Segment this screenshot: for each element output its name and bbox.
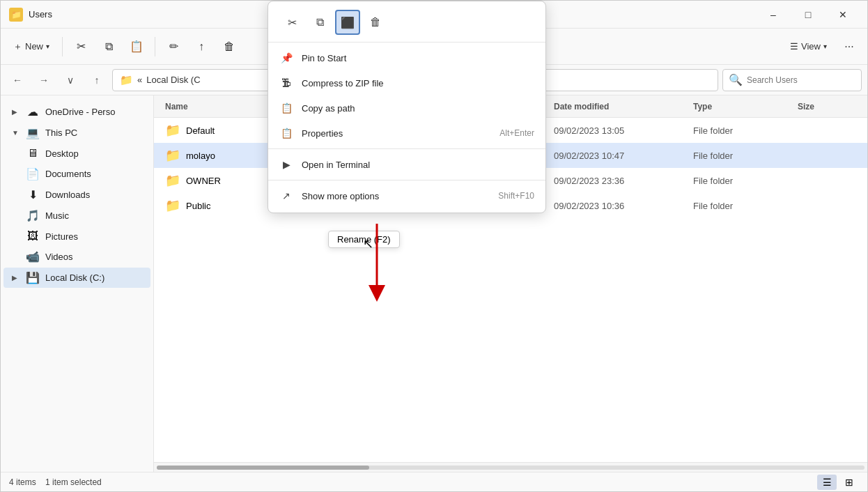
downloads-icon: ⬇ [26, 188, 40, 201]
sidebar-label-thispc: This PC [45, 128, 77, 138]
new-button[interactable]: ＋ New ▾ [6, 36, 56, 57]
more-button[interactable]: ··· [837, 34, 862, 59]
music-icon: 🎵 [26, 209, 40, 222]
file-type-owner: File folder [688, 176, 792, 186]
window-title: Users [29, 9, 52, 20]
column-size[interactable]: Size [792, 102, 862, 112]
pin-icon: 📌 [279, 51, 293, 65]
rename-tooltip-text: Rename (F2) [337, 234, 391, 245]
menu-item-pin[interactable]: 📌 Pin to Start [268, 45, 545, 70]
folder-icon: 📁 [165, 148, 180, 163]
statusbar: 4 items 1 item selected ☰ ⊞ [1, 472, 867, 491]
chevron-right-icon: ▶ [12, 108, 20, 116]
menu-item-terminal[interactable]: ▶ Open in Terminal [268, 152, 545, 177]
sidebar-item-pictures[interactable]: 🖼 Pictures [3, 226, 150, 246]
address-path: Local Disk (C [146, 75, 200, 85]
menu-shortcut-showmore: Shift+F10 [498, 191, 534, 201]
address-folder-icon: 📁 [120, 74, 133, 86]
view-chevron-icon: ▾ [823, 43, 827, 50]
minimize-button[interactable]: – [757, 3, 789, 26]
scrollbar-thumb [157, 466, 369, 470]
videos-icon: 📹 [26, 250, 40, 263]
mini-rename-button[interactable]: ⬛ [335, 10, 360, 35]
search-box[interactable]: 🔍 [722, 69, 862, 91]
toolbar-separator-2 [155, 37, 155, 56]
sidebar-item-localdisk[interactable]: ▶ 💾 Local Disk (C:) [3, 268, 150, 288]
statusbar-view-controls: ☰ ⊞ [817, 475, 859, 490]
sidebar-label-onedrive: OneDrive - Perso [45, 107, 115, 117]
menu-label-pin: Pin to Start [302, 53, 526, 63]
mini-delete-button[interactable]: 🗑 [363, 10, 388, 35]
sidebar-item-downloads[interactable]: ⬇ Downloads [3, 185, 150, 205]
search-input[interactable] [747, 75, 855, 85]
chevron-right-icon-2: ▶ [12, 274, 20, 282]
scrollbar-track [157, 466, 865, 470]
sidebar-item-onedrive[interactable]: ▶ ☁ OneDrive - Perso [3, 102, 150, 122]
menu-item-copypath[interactable]: 📋 Copy as path [268, 95, 545, 121]
copypath-icon: 📋 [279, 101, 293, 115]
mini-copy-button[interactable]: ⧉ [307, 10, 332, 35]
share-button[interactable]: ↑ [189, 34, 214, 59]
delete-button[interactable]: 🗑 [217, 34, 242, 59]
sidebar-item-thispc[interactable]: ▼ 💻 This PC [3, 123, 150, 143]
context-menu: ✂ ⧉ ⬛ 🗑 📌 Pin to Start 🗜 Compress to ZIP… [268, 1, 546, 213]
tiles-view-button[interactable]: ⊞ [839, 475, 859, 490]
menu-item-showmore[interactable]: ↗ Show more options Shift+F10 [268, 183, 545, 208]
folder-icon: 📁 [165, 173, 180, 188]
back-button[interactable]: ← [6, 69, 29, 91]
menu-separator-0 [268, 42, 545, 43]
localdisk-icon: 💾 [26, 271, 40, 284]
file-modified-public: 09/02/2023 10:36 [548, 201, 688, 211]
sidebar-label-desktop: Desktop [45, 148, 79, 159]
sidebar-label-videos: Videos [45, 252, 73, 262]
menu-label-showmore: Show more options [302, 191, 490, 201]
column-type[interactable]: Type [688, 102, 792, 112]
up-button[interactable]: ↑ [86, 69, 108, 91]
new-label: New [25, 41, 43, 52]
items-count: 4 items [9, 477, 36, 487]
paste-button[interactable]: 📋 [124, 34, 149, 59]
recent-button[interactable]: ∨ [59, 69, 82, 91]
menu-item-properties[interactable]: 📋 Properties Alt+Enter [268, 121, 545, 146]
sidebar-item-videos[interactable]: 📹 Videos [3, 247, 150, 267]
thispc-icon: 💻 [26, 126, 40, 139]
folder-icon: 📁 [165, 198, 180, 213]
sidebar-item-documents[interactable]: 📄 Documents [3, 164, 150, 184]
sidebar-label-downloads: Downloads [45, 190, 90, 200]
mini-cut-button[interactable]: ✂ [279, 10, 304, 35]
rename-tooltip: Rename (F2) [328, 231, 400, 248]
maximize-button[interactable]: □ [792, 3, 824, 26]
new-icon: ＋ [13, 40, 22, 53]
terminal-icon: ▶ [279, 157, 293, 171]
onedrive-icon: ☁ [26, 105, 40, 118]
file-type-public: File folder [688, 201, 792, 211]
rename-button[interactable]: ✏ [161, 34, 186, 59]
menu-separator-1 [268, 148, 545, 149]
copy-button[interactable]: ⧉ [96, 34, 121, 59]
file-explorer-window: 📁 Users – □ ✕ ＋ New ▾ ✂ ⧉ 📋 ✏ ↑ 🗑 ☰ View… [0, 0, 868, 492]
details-view-button[interactable]: ☰ [817, 475, 837, 490]
file-modified-owner: 09/02/2023 23:36 [548, 176, 688, 186]
folder-icon: 📁 [165, 123, 180, 138]
menu-label-zip: Compress to ZIP file [302, 78, 526, 89]
pictures-icon: 🖼 [26, 230, 40, 243]
menu-item-zip[interactable]: 🗜 Compress to ZIP file [268, 70, 545, 95]
titlebar-left: 📁 Users [9, 8, 52, 22]
sidebar-item-music[interactable]: 🎵 Music [3, 206, 150, 226]
forward-button[interactable]: → [33, 69, 55, 91]
documents-icon: 📄 [26, 167, 40, 180]
desktop-icon: 🖥 [26, 147, 40, 160]
horizontal-scrollbar[interactable] [154, 462, 867, 472]
sidebar-item-desktop[interactable]: 🖥 Desktop [3, 144, 150, 163]
file-type-molayo: File folder [688, 151, 792, 161]
file-modified-default: 09/02/2023 13:05 [548, 125, 688, 136]
menu-separator-2 [268, 180, 545, 180]
close-button[interactable]: ✕ [827, 3, 859, 26]
cut-button[interactable]: ✂ [68, 34, 93, 59]
menu-label-copypath: Copy as path [302, 103, 526, 114]
view-button[interactable]: ☰ View ▾ [783, 37, 834, 56]
column-modified[interactable]: Date modified [548, 102, 688, 112]
chevron-down-icon: ▼ [12, 129, 20, 137]
titlebar-controls: – □ ✕ [757, 3, 859, 26]
window-icon: 📁 [9, 8, 23, 22]
